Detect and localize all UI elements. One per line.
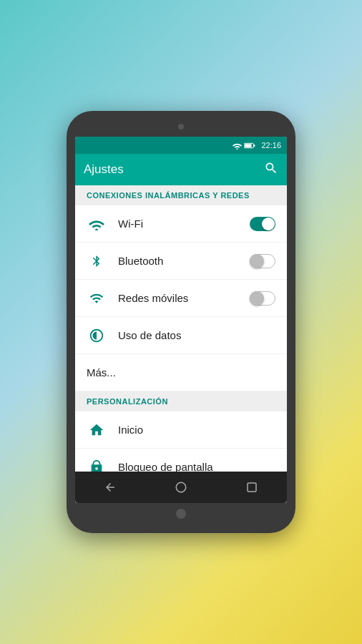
settings-item-redes[interactable]: Redes móviles — [75, 280, 287, 317]
wifi-icon — [87, 214, 107, 234]
recent-button[interactable] — [243, 479, 260, 496]
home-icon — [87, 420, 107, 440]
redes-label: Redes móviles — [118, 292, 250, 304]
phone-frame: 22:16 Ajustes CONEXIONES INALÁMBRICAS Y … — [67, 111, 295, 533]
wifi-label: Wi-Fi — [118, 218, 250, 230]
mas-label: Más... — [87, 366, 116, 379]
bluetooth-toggle[interactable] — [250, 254, 275, 268]
settings-item-mas[interactable]: Más... — [75, 354, 287, 391]
battery-icon — [244, 142, 255, 150]
data-usage-icon — [87, 326, 107, 346]
redes-toggle-thumb — [250, 291, 264, 306]
wifi-status-icon — [233, 142, 242, 150]
inicio-label: Inicio — [118, 424, 275, 436]
status-icons — [233, 142, 255, 150]
bloqueo-label: Bloqueo de pantalla — [118, 461, 275, 472]
physical-home-button — [176, 509, 186, 519]
bluetooth-toggle-thumb — [250, 254, 264, 268]
status-time: 22:16 — [261, 141, 281, 150]
phone-screen: 22:16 Ajustes CONEXIONES INALÁMBRICAS Y … — [75, 137, 287, 503]
wifi-toggle[interactable] — [250, 217, 275, 231]
settings-item-bloqueo[interactable]: Bloqueo de pantalla — [75, 449, 287, 472]
phone-top — [75, 119, 287, 137]
section-header-personalization: PERSONALIZACIÓN — [75, 391, 287, 411]
settings-item-wifi[interactable]: Wi-Fi — [75, 205, 287, 243]
wifi-toggle-thumb — [262, 218, 275, 230]
bluetooth-icon — [87, 251, 107, 271]
bluetooth-label: Bluetooth — [118, 255, 250, 267]
search-button[interactable] — [264, 161, 278, 179]
section-header-connections: CONEXIONES INALÁMBRICAS Y REDES — [75, 185, 287, 205]
bottom-nav — [75, 472, 287, 503]
recent-icon — [245, 481, 258, 494]
svg-point-11 — [176, 482, 186, 492]
settings-item-inicio[interactable]: Inicio — [75, 411, 287, 449]
phone-bottom — [75, 503, 287, 525]
home-nav-icon — [175, 481, 187, 494]
settings-item-datos[interactable]: Uso de datos — [75, 317, 287, 354]
svg-rect-1 — [254, 144, 255, 146]
search-icon — [264, 161, 278, 175]
datos-label: Uso de datos — [118, 329, 275, 341]
home-button[interactable] — [172, 479, 190, 496]
svg-rect-2 — [245, 144, 252, 147]
signal-icon — [87, 288, 107, 308]
settings-content: CONEXIONES INALÁMBRICAS Y REDES Wi-Fi — [75, 185, 287, 472]
redes-toggle[interactable] — [250, 291, 275, 306]
page-title: Ajustes — [84, 162, 124, 177]
svg-rect-12 — [248, 483, 256, 492]
settings-item-bluetooth[interactable]: Bluetooth — [75, 243, 287, 280]
back-button[interactable] — [102, 479, 119, 496]
status-bar: 22:16 — [75, 137, 287, 154]
back-icon — [104, 481, 117, 494]
toolbar: Ajustes — [75, 154, 287, 185]
lock-icon — [87, 457, 107, 472]
camera — [178, 124, 184, 130]
